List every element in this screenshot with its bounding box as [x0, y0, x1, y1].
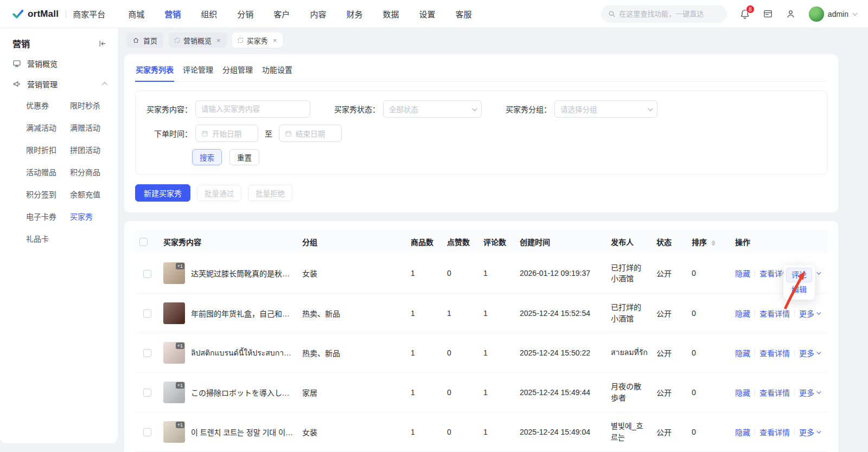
- nav-item-marketing[interactable]: 营销: [164, 8, 181, 20]
- chevron-down-icon: [816, 389, 821, 393]
- hide-link[interactable]: 隐藏: [735, 268, 750, 279]
- buyer-show-thumbnail[interactable]: +1: [163, 342, 185, 364]
- nav-item-support[interactable]: 客服: [455, 8, 471, 20]
- tab-group-management[interactable]: 分组管理: [222, 61, 253, 82]
- collapse-sidebar-icon[interactable]: [98, 39, 107, 48]
- brand-check-icon: [12, 8, 24, 20]
- sidebar-item-marketing-overview[interactable]: 营销概览: [0, 53, 118, 74]
- chevron-down-icon: [816, 270, 821, 275]
- sidebar-subitem-gift-card[interactable]: 礼品卡: [26, 233, 70, 244]
- tab-marketing-overview[interactable]: 营销概览 ×: [169, 33, 227, 48]
- buyer-show-content-input[interactable]: [201, 105, 304, 113]
- tab-buyer-show-list[interactable]: 买家秀列表: [135, 61, 174, 82]
- sidebar-subitem-flash-sale[interactable]: 限时秒杀: [70, 100, 118, 111]
- cell-comments: 1: [479, 333, 515, 372]
- sort-asc-icon[interactable]: [711, 240, 716, 243]
- sidebar-subitem-ecard[interactable]: 电子卡券: [26, 211, 70, 222]
- buyer-show-thumbnail[interactable]: +1: [163, 421, 185, 443]
- cell-sort: 0: [687, 412, 731, 451]
- sort-toggle[interactable]: [711, 240, 716, 246]
- more-link[interactable]: 更多: [799, 427, 820, 437]
- row-checkbox[interactable]: [143, 349, 151, 357]
- sidebar-subitem-time-discount[interactable]: 限时折扣: [26, 144, 70, 155]
- nav-item-settings[interactable]: 设置: [419, 8, 435, 20]
- workbench-button[interactable]: [763, 9, 773, 19]
- logo-divider: |: [65, 9, 67, 19]
- more-link[interactable]: 更多: [799, 387, 820, 398]
- sidebar-subitem-full-discount[interactable]: 满减活动: [26, 122, 70, 133]
- batch-approve-button[interactable]: 批量通过: [197, 185, 241, 201]
- dropdown-item-comment[interactable]: 评论: [786, 268, 812, 282]
- row-checkbox[interactable]: [143, 270, 151, 278]
- buyer-show-thumbnail[interactable]: +1: [163, 262, 185, 284]
- topbar: ortMall | 商家平台 商城 营销 组织 分销 客户 内容 财务 数据 设…: [0, 0, 868, 28]
- row-checkbox[interactable]: [143, 428, 151, 436]
- detail-link[interactable]: 查看详情: [760, 427, 790, 437]
- account-switch-button[interactable]: [786, 9, 796, 19]
- end-date-picker[interactable]: 结束日期: [279, 125, 342, 142]
- row-checkbox[interactable]: [143, 389, 151, 397]
- buyer-show-status-select[interactable]: 全部状态: [383, 100, 482, 118]
- cell-products: 1: [406, 254, 443, 293]
- nav-item-distribution[interactable]: 分销: [237, 8, 253, 20]
- filter-status-label: 买家秀状态：: [334, 104, 380, 114]
- nav-item-customer[interactable]: 客户: [273, 8, 290, 20]
- tab-home[interactable]: 首页: [126, 33, 163, 48]
- calendar-icon: [285, 130, 292, 137]
- tab-buyer-show[interactable]: 买家秀 ×: [232, 33, 283, 48]
- nav-item-content[interactable]: 内容: [310, 8, 326, 20]
- notification-button[interactable]: 8: [739, 9, 750, 20]
- sidebar-subitem-activity-gift[interactable]: 活动赠品: [26, 166, 70, 177]
- row-checkbox[interactable]: [143, 309, 151, 318]
- tab-label: 首页: [143, 35, 157, 46]
- username: admin: [828, 10, 848, 18]
- table-row: +1 达芙妮过膝长筒靴真的是秋冬穿... 女装 1 0 1 2026-01-12…: [135, 254, 827, 293]
- sidebar-subitem-buyer-show[interactable]: 买家秀: [70, 211, 118, 222]
- sort-desc-icon[interactable]: [711, 243, 716, 246]
- chevron-down-icon: [648, 106, 653, 111]
- cell-group: 家居: [298, 372, 406, 412]
- global-search-input[interactable]: [619, 10, 720, 18]
- sidebar-subitem-group-buy[interactable]: 拼团活动: [70, 144, 118, 155]
- tab-close-icon[interactable]: ×: [273, 37, 277, 44]
- image-count-badge: +1: [176, 343, 184, 349]
- sidebar-subitem-points-goods[interactable]: 积分商品: [70, 166, 118, 177]
- detail-link[interactable]: 查看详情: [760, 308, 790, 319]
- hide-link[interactable]: 隐藏: [735, 387, 750, 398]
- hide-link[interactable]: 隐藏: [735, 427, 750, 437]
- sidebar-title: 营销: [12, 37, 30, 50]
- sidebar-item-marketing-management[interactable]: 营销管理: [0, 74, 118, 94]
- image-count-badge: +1: [176, 422, 184, 428]
- detail-link[interactable]: 查看详情: [760, 347, 790, 358]
- header-group: 分组: [298, 230, 406, 254]
- batch-reject-button[interactable]: 批量拒绝: [248, 185, 292, 201]
- sidebar-subitem-full-gift[interactable]: 满赠活动: [70, 122, 118, 133]
- more-link[interactable]: 更多: [799, 347, 820, 358]
- more-link[interactable]: 更多: [799, 308, 820, 319]
- nav-item-data[interactable]: 数据: [382, 8, 399, 20]
- tab-comment-management[interactable]: 评论管理: [182, 61, 214, 82]
- sidebar-subitem-coupon[interactable]: 优惠券: [26, 100, 70, 111]
- detail-link[interactable]: 查看详情: [760, 387, 790, 398]
- create-buyer-show-button[interactable]: 新建买家秀: [135, 184, 190, 202]
- buyer-show-group-select[interactable]: 请选择分组: [554, 100, 658, 118]
- dropdown-item-edit[interactable]: 编辑: [786, 282, 812, 297]
- nav-item-org[interactable]: 组织: [201, 8, 217, 20]
- tab-close-icon[interactable]: ×: [216, 37, 221, 44]
- start-date-picker[interactable]: 开始日期: [195, 125, 258, 142]
- tab-feature-settings[interactable]: 功能设置: [261, 61, 293, 82]
- hide-link[interactable]: 隐藏: [735, 308, 750, 319]
- buyer-show-thumbnail[interactable]: [163, 302, 185, 324]
- sidebar-subitem-balance-topup[interactable]: 余额充值: [70, 189, 118, 199]
- reset-button[interactable]: 重置: [229, 149, 259, 165]
- app-logo: ortMall | 商家平台: [12, 8, 105, 20]
- hide-link[interactable]: 隐藏: [735, 347, 750, 358]
- buyer-show-thumbnail[interactable]: +1: [163, 382, 185, 403]
- global-search[interactable]: [601, 5, 727, 23]
- sidebar-subitem-points-signin[interactable]: 积分签到: [26, 189, 70, 199]
- nav-item-mall[interactable]: 商城: [128, 8, 144, 20]
- user-menu[interactable]: admin: [809, 7, 856, 22]
- select-all-checkbox[interactable]: [139, 238, 148, 246]
- nav-item-finance[interactable]: 财务: [346, 8, 362, 20]
- search-button[interactable]: 搜索: [192, 149, 222, 165]
